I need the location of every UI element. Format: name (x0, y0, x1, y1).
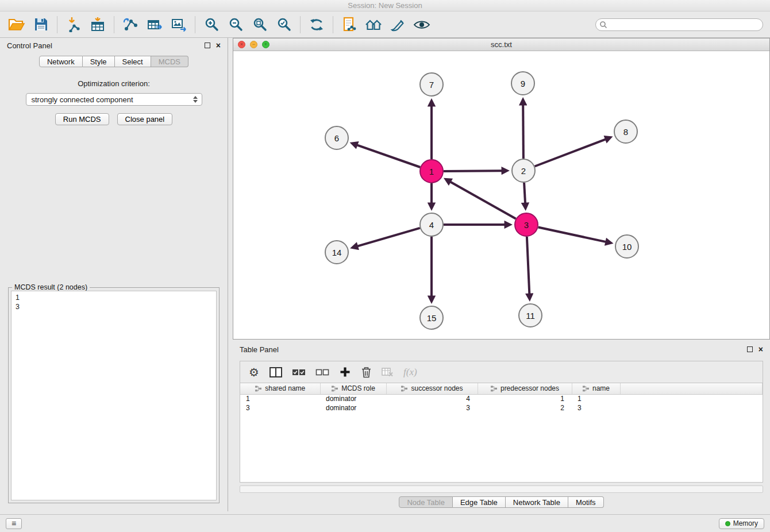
zoom-selected-icon[interactable] (272, 13, 296, 36)
graph-node-8[interactable]: 8 (614, 120, 637, 143)
export-table-icon[interactable] (143, 13, 167, 36)
table-row[interactable]: 1dominator411 (240, 394, 763, 403)
svg-text:6: 6 (334, 133, 339, 143)
houses-icon[interactable] (361, 13, 386, 36)
graph-node-14[interactable]: 14 (325, 241, 348, 264)
tab-network[interactable]: Network (39, 56, 83, 67)
control-panel-header: Control Panel × (0, 38, 228, 53)
zoom-in-icon[interactable] (199, 13, 224, 36)
table-row[interactable]: 3dominator323 (240, 403, 763, 413)
table-header-row: shared name MCDS role successor nodes pr… (240, 383, 763, 394)
toolbar-separator (57, 16, 57, 33)
graph-edge-2-3[interactable] (524, 183, 525, 203)
network-graph[interactable]: 7968124314101511 (233, 51, 769, 339)
menu-icon[interactable]: ≡ (6, 518, 22, 529)
graph-edge-4-14[interactable] (358, 228, 420, 246)
graph-edge-3-10[interactable] (538, 228, 606, 242)
graph-edge-2-9[interactable] (523, 105, 523, 159)
graph-edge-3-11[interactable] (527, 237, 529, 294)
zoom-fit-icon[interactable] (248, 13, 272, 36)
graph-node-2[interactable]: 2 (512, 159, 535, 182)
column-flow-icon (582, 385, 590, 392)
unselect-all-columns-icon[interactable] (315, 369, 329, 376)
gear-icon[interactable]: ⚙ (248, 367, 260, 378)
open-folder-icon[interactable] (5, 13, 29, 36)
new-network-icon[interactable] (118, 13, 143, 36)
column-header-mcds-role[interactable]: MCDS role (320, 383, 386, 394)
float-panel-icon[interactable] (205, 43, 210, 48)
graph-node-7[interactable]: 7 (420, 73, 443, 96)
svg-text:8: 8 (623, 127, 628, 137)
graph-node-6[interactable]: 6 (325, 126, 348, 149)
graph-node-3[interactable]: 3 (515, 213, 538, 236)
close-table-panel-icon[interactable]: × (759, 346, 763, 352)
search-field (595, 18, 763, 31)
close-panel-button[interactable]: Close panel (117, 113, 173, 125)
graph-edge-1-2[interactable] (444, 171, 502, 171)
column-header-successor-nodes[interactable]: successor nodes (386, 383, 478, 394)
graph-node-9[interactable]: 9 (511, 72, 534, 95)
column-flow-icon (401, 385, 408, 392)
save-icon[interactable] (29, 13, 53, 36)
graph-node-4[interactable]: 4 (420, 213, 443, 236)
tab-node-table[interactable]: Node Table (399, 496, 453, 508)
table-cell: 2 (478, 403, 572, 413)
criterion-dropdown-value: strongly connected component (32, 95, 133, 104)
tab-edge-table[interactable]: Edge Table (453, 496, 506, 508)
table-cell: 3 (240, 403, 320, 413)
table-cell: 3 (572, 403, 620, 413)
graph-node-10[interactable]: 10 (615, 235, 638, 258)
tab-mcds[interactable]: MCDS (151, 56, 188, 67)
tab-style[interactable]: Style (83, 56, 115, 67)
graph-node-15[interactable]: 15 (420, 306, 443, 329)
main-toolbar (0, 11, 770, 38)
eye-icon[interactable] (410, 13, 434, 36)
import-network-icon[interactable] (61, 13, 86, 36)
add-column-icon[interactable] (339, 367, 351, 377)
search-input[interactable] (595, 18, 763, 31)
table-cell-filler (620, 394, 763, 403)
control-panel-title: Control Panel (7, 41, 52, 50)
tab-network-table[interactable]: Network Table (506, 496, 568, 508)
svg-text:4: 4 (429, 220, 434, 230)
status-bar: ≡ Memory (0, 514, 770, 532)
svg-text:2: 2 (521, 166, 526, 176)
table-horizontal-scrollbar[interactable] (240, 485, 763, 493)
tab-motifs[interactable]: Motifs (568, 496, 604, 508)
float-table-panel-icon[interactable] (747, 346, 753, 352)
delete-table-icon[interactable] (382, 368, 394, 377)
toolbar-separator (195, 16, 195, 33)
export-image-icon[interactable] (167, 13, 191, 36)
import-table-icon[interactable] (86, 13, 110, 36)
mcds-result-list[interactable]: 1 3 (11, 291, 217, 500)
tab-select[interactable]: Select (115, 56, 151, 67)
graph-node-1[interactable]: 1 (420, 160, 443, 183)
graph-node-11[interactable]: 11 (519, 304, 542, 327)
table-toolbar: ⚙ f(x) (240, 361, 763, 383)
column-header-name[interactable]: name (572, 383, 620, 394)
select-all-columns-icon[interactable] (292, 369, 306, 376)
graph-edge-2-8[interactable] (535, 140, 606, 167)
paintbrush-icon[interactable] (386, 13, 410, 36)
mcds-result-title: MCDS result (2 nodes) (12, 283, 90, 291)
criterion-dropdown[interactable]: strongly connected component (26, 93, 202, 106)
close-panel-icon[interactable]: × (216, 43, 221, 48)
split-panel-icon[interactable] (270, 367, 282, 377)
mcds-result-groupbox: MCDS result (2 nodes) 1 3 (8, 287, 220, 503)
graph-edge-3-1[interactable] (451, 182, 516, 219)
table-cell: 1 (572, 394, 620, 403)
memory-status-dot (725, 521, 730, 526)
refresh-icon[interactable] (305, 13, 329, 36)
column-header-predecessor-nodes[interactable]: predecessor nodes (478, 383, 572, 394)
zoom-out-icon[interactable] (224, 13, 248, 36)
optimization-criterion-label: Optimization criterion: (0, 79, 228, 88)
run-mcds-button[interactable]: Run MCDS (55, 113, 109, 125)
memory-button[interactable]: Memory (719, 518, 764, 529)
delete-column-icon[interactable] (360, 367, 372, 378)
clipboard-network-icon[interactable] (337, 13, 361, 36)
function-builder-icon[interactable]: f(x) (403, 367, 417, 378)
table-cell: 4 (386, 394, 478, 403)
table-cell-filler (620, 403, 763, 413)
column-header-shared-name[interactable]: shared name (240, 383, 320, 394)
graph-edge-1-6[interactable] (357, 145, 420, 167)
